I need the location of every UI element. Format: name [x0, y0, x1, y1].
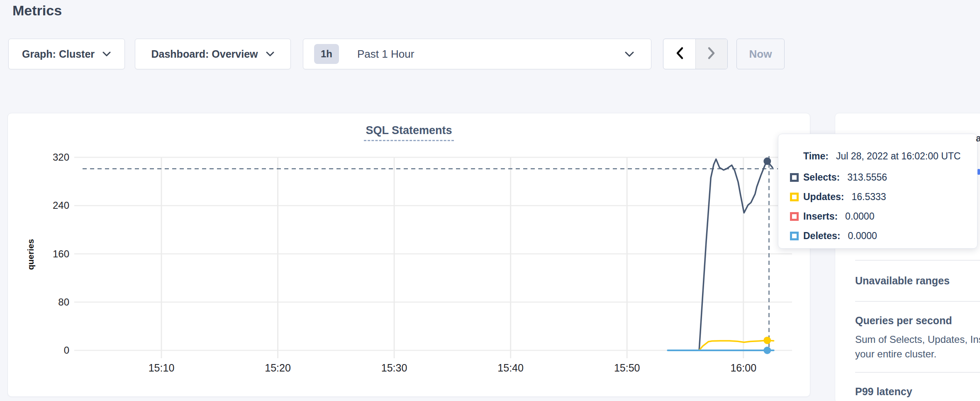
hover-point-updates [763, 337, 771, 344]
time-range-dropdown[interactable]: 1h Past 1 Hour [303, 39, 651, 69]
series-line-updates [699, 340, 774, 350]
glossary-item-title: P99 latency [855, 386, 980, 398]
time-range-badge: 1h [314, 44, 339, 64]
clipped-edge-text: a [976, 133, 980, 144]
deletes-series-swatch-icon [790, 232, 799, 240]
y-axis-tick-label: 160 [53, 248, 69, 259]
divider [855, 301, 980, 302]
tooltip-row-value: 313.5556 [847, 172, 887, 183]
chevron-left-icon [675, 46, 684, 61]
x-axis-tick-label: 15:20 [265, 362, 291, 374]
y-axis-tick-label: 0 [64, 345, 69, 356]
inserts-series-swatch-icon [790, 212, 799, 221]
glossary-item-title: Unavailable ranges [855, 275, 980, 287]
time-shift-back-button[interactable] [663, 39, 695, 69]
clipped-edge-link-fragment [978, 169, 980, 175]
tooltip-row-label: Selects: [803, 172, 840, 183]
time-shift-control [663, 39, 728, 69]
chevron-right-icon [707, 46, 716, 61]
tooltip-row-value: 0.0000 [848, 230, 877, 242]
y-axis-label: queries [26, 239, 35, 270]
selects-series-swatch-icon [790, 173, 799, 182]
glossary-item-description: your entire cluster. [855, 347, 980, 361]
chevron-down-icon [624, 51, 634, 57]
tooltip-time-label: Time: [803, 151, 829, 162]
time-range-label: Past 1 Hour [357, 48, 414, 61]
y-axis-tick-label: 240 [53, 200, 69, 211]
x-axis-tick-label: 16:00 [730, 362, 756, 374]
now-button[interactable]: Now [736, 39, 785, 69]
divider [855, 260, 980, 261]
tooltip-row-label: Updates: [803, 191, 844, 203]
sql-statements-chart-card: SQL Statements 08016024032015:1015:2015:… [7, 113, 810, 397]
hover-point-deletes [763, 347, 771, 354]
glossary-item-description: Sum of Selects, Updates, Inser [855, 332, 980, 347]
tooltip-time-value: Jul 28, 2022 at 16:02:00 UTC [836, 151, 960, 162]
divider [855, 372, 980, 373]
chevron-down-icon [102, 51, 111, 57]
time-shift-forward-button[interactable] [695, 39, 727, 69]
sql-statements-chart[interactable]: 08016024032015:1015:2015:3015:4015:5016:… [8, 113, 810, 396]
graph-scope-dropdown-label: Graph: Cluster [22, 48, 95, 60]
now-button-label: Now [749, 48, 772, 61]
x-axis-tick-label: 15:40 [497, 362, 524, 374]
tooltip-row-value: 0.0000 [845, 211, 874, 222]
updates-series-swatch-icon [790, 193, 799, 201]
chevron-down-icon [266, 51, 275, 57]
x-axis-tick-label: 15:30 [381, 362, 407, 374]
chart-hover-tooltip: Time: Jul 28, 2022 at 16:02:00 UTC Selec… [778, 134, 978, 249]
graph-scope-dropdown[interactable]: Graph: Cluster [8, 39, 125, 69]
y-axis-tick-label: 80 [58, 296, 69, 308]
tooltip-row-label: Deletes: [803, 230, 840, 242]
tooltip-row-value: 16.5333 [851, 191, 886, 203]
dashboard-dropdown-label: Dashboard: Overview [151, 48, 258, 60]
x-axis-tick-label: 15:50 [614, 362, 640, 374]
hover-point-selects [763, 157, 771, 165]
series-line-selects [699, 159, 773, 350]
tooltip-row-label: Inserts: [803, 211, 838, 222]
glossary-item-title: Queries per second [855, 315, 980, 327]
dashboard-dropdown[interactable]: Dashboard: Overview [135, 39, 291, 69]
y-axis-tick-label: 320 [53, 152, 69, 163]
x-axis-tick-label: 15:10 [149, 362, 175, 374]
page-title: Metrics [12, 2, 62, 19]
